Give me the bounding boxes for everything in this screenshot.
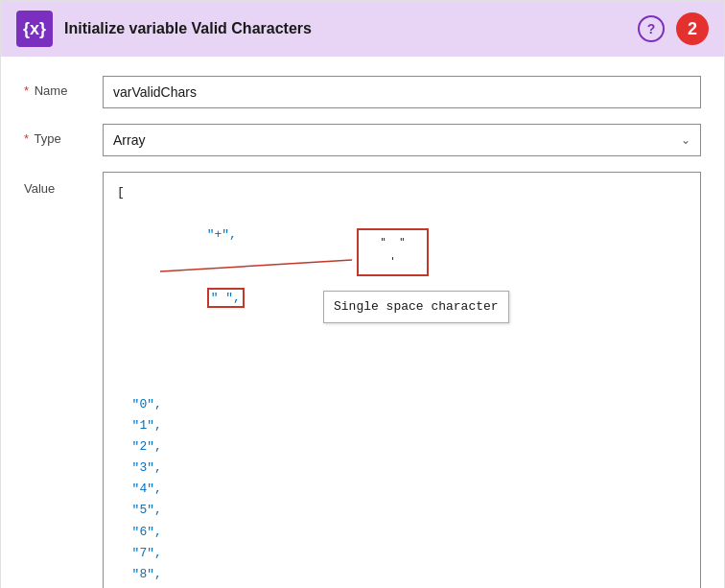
annotation-label: Single space character bbox=[323, 291, 509, 323]
chevron-down-icon: ⌄ bbox=[681, 133, 690, 147]
code-string-plus: "+", bbox=[207, 227, 237, 242]
icon-label: {x} bbox=[23, 19, 46, 39]
title-bold: Valid Characters bbox=[192, 20, 312, 36]
code-line-3: "3", bbox=[117, 458, 687, 479]
zoom-box: " " ' bbox=[357, 228, 429, 276]
required-star-type: * bbox=[24, 131, 29, 146]
help-button[interactable]: ? bbox=[638, 15, 665, 42]
action-icon: {x} bbox=[16, 11, 53, 47]
code-line-7: "7", bbox=[117, 543, 687, 564]
zoom-chars: " " bbox=[380, 234, 406, 252]
value-field-row: Value [ "+", " ", bbox=[24, 172, 701, 588]
code-line-4: "4", bbox=[117, 479, 687, 500]
header-title: Initialize variable Valid Characters bbox=[64, 20, 626, 37]
type-select[interactable]: Array ⌄ bbox=[103, 124, 701, 156]
type-label: * Type bbox=[24, 124, 91, 146]
step-badge: 2 bbox=[676, 12, 709, 45]
code-line-2: "2", bbox=[117, 436, 687, 458]
open-bracket: [ bbox=[117, 182, 687, 203]
code-line-6: "6", bbox=[117, 522, 687, 543]
name-input[interactable] bbox=[103, 76, 701, 108]
svg-line-0 bbox=[160, 260, 352, 271]
name-label: * Name bbox=[24, 76, 91, 98]
type-field-row: * Type Array ⌄ bbox=[24, 124, 701, 156]
body: * Name * Type Array ⌄ Value [ bbox=[1, 57, 724, 588]
code-line-space: " ", " " ' Sing bbox=[117, 267, 687, 394]
name-field-row: * Name bbox=[24, 76, 701, 108]
header: {x} Initialize variable Valid Characters… bbox=[1, 1, 724, 57]
value-area[interactable]: [ "+", " ", bbox=[103, 172, 701, 588]
title-prefix: Initialize variable bbox=[64, 20, 192, 36]
zoom-extra: ' bbox=[389, 253, 396, 271]
code-line-5: "5", bbox=[117, 500, 687, 521]
required-star: * bbox=[24, 83, 29, 98]
type-value: Array bbox=[113, 132, 145, 148]
card: {x} Initialize variable Valid Characters… bbox=[0, 0, 725, 588]
code-line-8: "8", bbox=[117, 564, 687, 585]
value-label: Value bbox=[24, 172, 91, 196]
